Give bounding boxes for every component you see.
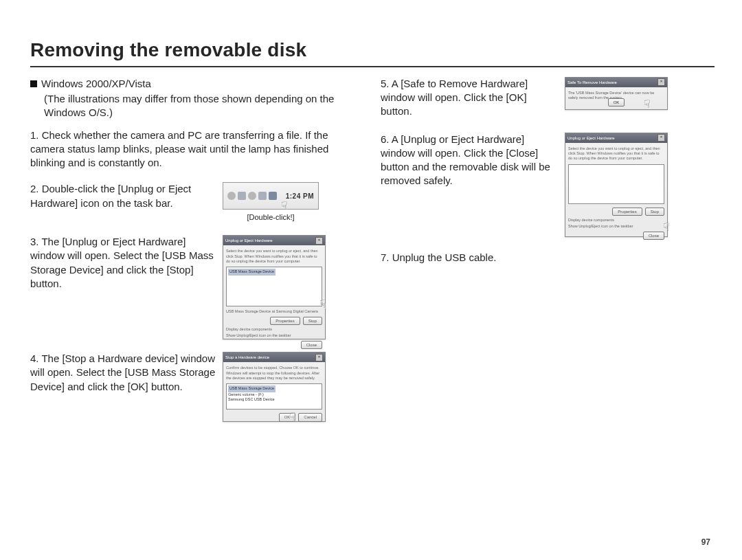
device-listbox [568,164,664,204]
close-icon: × [657,78,665,86]
close-button: Close [643,232,664,240]
step-7-text: 7. Unplug the USB cable. [381,251,655,265]
window-hint-text: Confirm devices to be stopped, Choose OK… [226,365,322,381]
pointer-icon: ☟ [289,410,296,425]
close-button: Close [301,341,322,349]
taskbar-screenshot: 1:24 PM ☟ [223,182,319,210]
unplug-or-eject-hardware-window: Unplug or Eject Hardware × Select the de… [565,133,668,237]
system-tray [227,192,277,200]
stop-button: Stop [645,208,664,216]
close-icon: × [315,354,323,361]
list-item: USB Mass Storage Device [228,269,276,275]
unplug-or-eject-hardware-window: Unplug or Eject Hardware × Select the de… [223,235,326,339]
checkbox-label: Show Unplug/Eject icon on the taskbar [568,223,664,229]
window-title: Unplug or Eject Hardware [225,238,273,243]
close-icon: × [315,237,323,245]
stop-hardware-device-window: Stop a Hardware device × Confirm devices… [223,352,326,422]
window-hint-text: Select the device you want to unplug or … [568,146,664,162]
list-item: Generic volume - (F:) [228,392,320,397]
step-6-image-area: Unplug or Eject Hardware × Select the de… [565,133,668,237]
safe-to-remove-hardware-window: Safe To Remove Hardware × The 'USB Mass … [565,77,668,110]
window-title: Stop a Hardware device [225,355,269,360]
pointer-icon: ☟ [663,220,670,235]
step-6-text: 6. A [Unplug or Eject Hardware] window w… [381,133,559,188]
properties-button: Properties [270,317,300,325]
list-item: Samsung DSC USB Device [228,397,320,402]
checkbox-label: Display device components [226,326,322,333]
window-hint-text: Select the device you want to unplug or … [226,248,322,265]
step-1-text: 1. Check whether the camera and PC are t… [30,128,333,170]
step-5-text: 5. A [Safe to Remove Hardware] window wi… [381,77,559,119]
tray-icon [248,192,256,200]
cancel-button: Cancel [298,413,322,421]
step-4-image-area: Stop a Hardware device × Confirm devices… [223,352,326,422]
device-listbox: USB Mass Storage Device Generic volume -… [226,383,322,410]
taskbar-clock: 1:24 PM [286,192,314,201]
list-item: USB Mass Storage Device [228,385,276,392]
page-number: 97 [701,537,710,548]
window-title: Safe To Remove Hardware [567,80,617,85]
properties-button: Properties [612,208,642,216]
title-rule [30,66,715,67]
window-title: Unplug or Eject Hardware [567,135,615,141]
ok-button: OK [608,98,625,107]
os-heading-line: Windows 2000/XP/Vista [30,77,353,91]
checkbox-label: Show Unplug/Eject icon on the taskbar [226,333,322,339]
step-3-text: 3. The [Unplug or Eject Hardware] window… [30,235,216,291]
os-note: (The illustrations may differ from those… [30,92,353,120]
left-column: Windows 2000/XP/Vista (The illustrations… [30,77,353,434]
close-icon: × [657,134,665,142]
step-2-text: 2. Double-click the [Unplug or Eject Har… [30,182,216,210]
tray-icon [258,192,267,200]
tray-icon [238,192,246,200]
step-2-image-area: 1:24 PM ☟ [Double-click!] [223,182,319,223]
right-column: 5. A [Safe to Remove Hardware] window wi… [381,77,683,434]
pointer-icon: ☟ [281,199,288,214]
step-5-image-area: Safe To Remove Hardware × The 'USB Mass … [565,77,668,110]
pointer-icon: ☟ [644,97,651,112]
square-bullet-icon [30,80,37,87]
unplug-eject-tray-icon [269,192,277,200]
device-listbox: USB Mass Storage Device [226,267,322,306]
step-3-image-area: Unplug or Eject Hardware × Select the de… [223,235,326,339]
tray-icon [227,192,236,200]
step-2-caption: [Double-click!] [223,212,319,223]
device-detail-text: USB Mass Storage Device at Samsung Digit… [226,309,322,315]
page-title: Removing the removable disk [30,37,715,63]
step-4-text: 4. The [Stop a Hardware device] window w… [30,352,216,394]
stop-button: Stop [303,317,322,325]
os-heading: Windows 2000/XP/Vista [41,78,151,89]
checkbox-label: Display device components [568,217,664,223]
pointer-icon: ☟ [319,297,326,312]
